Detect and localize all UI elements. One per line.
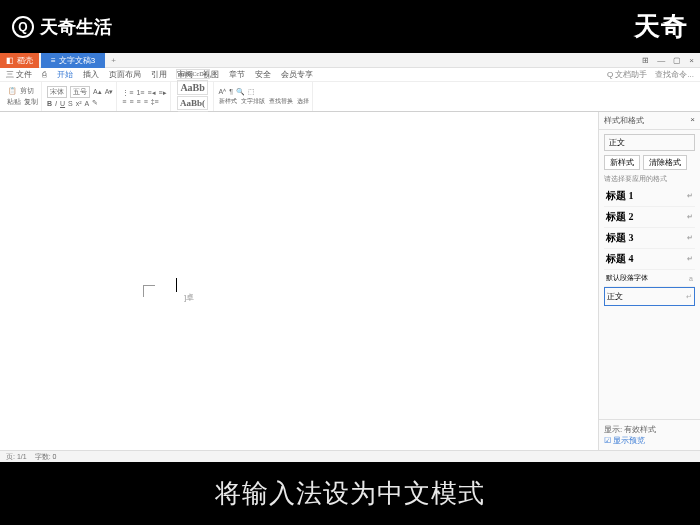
menu-file[interactable]: 三 文件 (6, 69, 32, 80)
menu-reference[interactable]: 引用 (151, 69, 167, 80)
pick-label: 请选择要应用的格式 (604, 174, 695, 184)
style-item-default-font[interactable]: 默认段落字体a (604, 270, 695, 287)
line-spacing-icon[interactable]: ‡≡ (151, 98, 159, 105)
text-tools-label: 文字排版 (241, 97, 265, 106)
bullets-icon[interactable]: ⋮≡ (122, 89, 133, 97)
style-item-h3[interactable]: 标题 3↵ (604, 228, 695, 249)
video-bottom-overlay: 将输入法设为中文模式 (0, 462, 700, 525)
search-command[interactable]: 查找命令... (655, 69, 694, 80)
close-icon[interactable]: × (689, 56, 694, 65)
indent-right-icon[interactable]: ≡▸ (159, 89, 167, 97)
align-center-icon[interactable]: ≡ (129, 98, 133, 105)
brand-logo: Q 天奇生活 (12, 15, 112, 39)
tab-doc-label: 文字文稿3 (59, 55, 95, 66)
size-select[interactable]: 五号 (70, 86, 90, 98)
text-tools-icon[interactable]: ¶ (229, 88, 233, 95)
title-bar: ◧ 稻壳 ≡ 文字文稿3 + ⊞ — ▢ × (0, 53, 700, 68)
document-canvas[interactable]: ]卓 (0, 112, 598, 450)
font-group: 宋体 五号 A▴ A▾ B I U S x² A ✎ (44, 82, 117, 111)
tab-home[interactable]: ◧ 稻壳 (0, 53, 39, 68)
find-icon[interactable]: 🔍 (236, 88, 245, 96)
tab-new[interactable]: + (105, 54, 122, 67)
show-preview-toggle[interactable]: ☑ 显示预览 (604, 435, 695, 446)
window-controls: ⊞ — ▢ × (642, 56, 700, 65)
select-label: 选择 (297, 97, 309, 106)
underline-button[interactable]: U (60, 100, 65, 107)
tools-group: Aᴬ ¶ 🔍 ⬚ 新样式 文字排版 查找替换 选择 (216, 82, 313, 111)
font-select[interactable]: 宋体 (47, 86, 67, 98)
menu-save-icon[interactable]: ⎙ (42, 70, 47, 79)
doc-icon: ≡ (51, 56, 56, 65)
styles-group: AaBbCcDd AaBb AaBb( AaBbC (173, 82, 214, 111)
menu-chapter[interactable]: 章节 (229, 69, 245, 80)
styles-panel: 样式和格式 × 正文 新样式 清除格式 请选择要应用的格式 标题 1↵ 标题 2… (598, 112, 700, 450)
editor-area: ]卓 样式和格式 × 正文 新样式 清除格式 请选择要应用的格式 标题 1↵ (0, 112, 700, 450)
doc-helper[interactable]: Q 文档助手 (607, 69, 647, 80)
align-justify-icon[interactable]: ≡ (144, 98, 148, 105)
tab-home-label: 稻壳 (17, 55, 33, 66)
clear-format-button[interactable]: 清除格式 (643, 155, 687, 170)
page-indicator: ]卓 (184, 292, 194, 303)
settings-icon[interactable]: ⊞ (642, 56, 649, 65)
numbering-icon[interactable]: 1≡ (136, 89, 144, 96)
current-style-display: 正文 (604, 134, 695, 151)
bold-button[interactable]: B (47, 100, 52, 107)
paste-icon[interactable]: 📋 (7, 86, 17, 96)
menu-layout[interactable]: 页面布局 (109, 69, 141, 80)
video-top-overlay: Q 天奇生活 天奇 (0, 0, 700, 53)
panel-close-button[interactable]: × (690, 115, 695, 126)
font-grow-icon[interactable]: A▴ (93, 88, 102, 96)
style-h2[interactable]: AaBb( (177, 96, 208, 110)
status-bar: 页: 1/1 字数: 0 (0, 450, 700, 462)
status-page: 页: 1/1 (6, 452, 27, 462)
menu-start[interactable]: 开始 (57, 69, 73, 80)
text-cursor (176, 278, 177, 292)
paragraph-group: ⋮≡ 1≡ ≡◂ ≡▸ ≡ ≡ ≡ ≡ ‡≡ (119, 82, 170, 111)
menu-security[interactable]: 安全 (255, 69, 271, 80)
strike-button[interactable]: S (68, 100, 73, 107)
menu-bar: 三 文件 ⎙ 开始 插入 页面布局 引用 审阅 视图 章节 安全 会员专享 Q … (0, 68, 700, 82)
indent-left-icon[interactable]: ≡◂ (147, 89, 155, 97)
corner-watermark: 天奇 (634, 9, 688, 44)
style-item-h4[interactable]: 标题 4↵ (604, 249, 695, 270)
clipboard-group: 📋 剪切 粘贴 复制 (4, 82, 42, 111)
find-label: 查找替换 (269, 97, 293, 106)
font-color-button[interactable]: A (85, 100, 90, 107)
style-item-h1[interactable]: 标题 1↵ (604, 186, 695, 207)
style-item-normal[interactable]: 正文↵ (604, 287, 695, 306)
cut-button[interactable]: 剪切 (20, 86, 34, 96)
brand-text: 天奇生活 (40, 15, 112, 39)
style-list: 标题 1↵ 标题 2↵ 标题 3↵ 标题 4↵ 默认段落字体a 正文↵ (604, 186, 695, 306)
align-right-icon[interactable]: ≡ (137, 98, 141, 105)
minimize-icon[interactable]: — (657, 56, 665, 65)
wps-window: ◧ 稻壳 ≡ 文字文稿3 + ⊞ — ▢ × 三 文件 ⎙ 开始 插入 页面布局… (0, 53, 700, 462)
menu-member[interactable]: 会员专享 (281, 69, 313, 80)
new-style-label: 新样式 (219, 97, 237, 106)
subtitle-text: 将输入法设为中文模式 (215, 476, 485, 511)
style-normal[interactable]: AaBbCcDd (176, 69, 210, 79)
copy-button[interactable]: 复制 (24, 97, 38, 107)
home-icon: ◧ (6, 56, 14, 65)
panel-title: 样式和格式 (604, 115, 644, 126)
font-shrink-icon[interactable]: A▾ (105, 88, 114, 96)
style-item-h2[interactable]: 标题 2↵ (604, 207, 695, 228)
panel-footer: 显示: 有效样式 ☑ 显示预览 (599, 419, 700, 450)
select-icon[interactable]: ⬚ (248, 88, 255, 96)
page-corner-mark (143, 285, 155, 297)
style-h1[interactable]: AaBb (177, 80, 207, 95)
tab-document[interactable]: ≡ 文字文稿3 (41, 53, 105, 68)
superscript-button[interactable]: x² (76, 100, 82, 107)
brand-icon: Q (12, 16, 34, 38)
ribbon-toolbar: 📋 剪切 粘贴 复制 宋体 五号 A▴ A▾ B I U (0, 82, 700, 112)
show-filter[interactable]: 显示: 有效样式 (604, 424, 695, 435)
panel-header: 样式和格式 × (599, 112, 700, 130)
highlight-button[interactable]: ✎ (92, 99, 98, 107)
new-style-icon[interactable]: Aᴬ (219, 88, 227, 96)
maximize-icon[interactable]: ▢ (673, 56, 681, 65)
paste-button[interactable]: 粘贴 (7, 97, 21, 107)
status-words: 字数: 0 (35, 452, 57, 462)
italic-button[interactable]: I (55, 100, 57, 107)
menu-insert[interactable]: 插入 (83, 69, 99, 80)
new-style-button[interactable]: 新样式 (604, 155, 640, 170)
align-left-icon[interactable]: ≡ (122, 98, 126, 105)
